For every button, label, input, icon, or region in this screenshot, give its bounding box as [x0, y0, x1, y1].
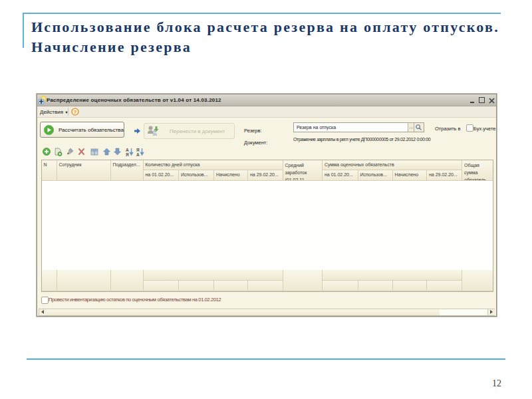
- svg-text:А: А: [136, 152, 140, 156]
- svg-text:Я: Я: [126, 152, 129, 156]
- svg-text:?: ?: [74, 109, 77, 115]
